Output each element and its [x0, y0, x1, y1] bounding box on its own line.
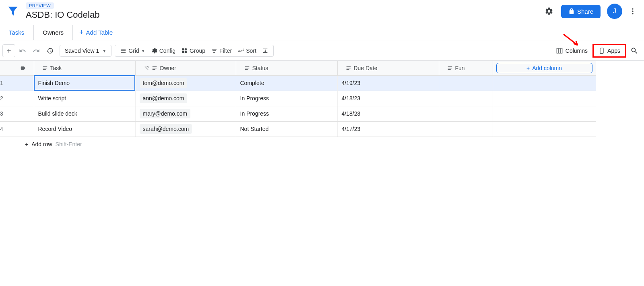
header-row: Task Owner Status Due Date — [0, 61, 596, 75]
add-row-button[interactable]: + Add row Shift-Enter — [0, 137, 644, 151]
svg-rect-6 — [561, 48, 562, 53]
row-number[interactable]: 2 — [0, 91, 34, 106]
sort-icon: AZ — [237, 48, 244, 54]
row-number[interactable]: 3 — [0, 106, 34, 121]
cell-due[interactable]: 4/17/23 — [337, 121, 439, 137]
cell-empty[interactable] — [493, 91, 596, 106]
more-menu-button[interactable] — [625, 3, 641, 19]
cell-status[interactable]: Complete — [236, 75, 337, 91]
cell-task[interactable]: Record Video — [34, 121, 135, 137]
add-button[interactable] — [2, 44, 15, 57]
text-icon — [447, 65, 453, 71]
page-title[interactable]: ASDB: IO Codelab — [26, 10, 99, 20]
search-button[interactable] — [627, 44, 642, 58]
columns-button[interactable]: Columns — [552, 45, 592, 57]
row-height-icon — [262, 48, 268, 54]
table-row[interactable]: 4 Record Video sarah@demo.com Not Starte… — [0, 121, 596, 137]
redo-button[interactable] — [30, 44, 43, 57]
cell-owner[interactable]: sarah@demo.com — [135, 121, 236, 137]
cell-status[interactable]: Not Started — [236, 121, 337, 137]
history-button[interactable] — [43, 44, 56, 57]
column-header-due-date[interactable]: Due Date — [337, 61, 439, 75]
title-area: PREVIEW ASDB: IO Codelab — [26, 2, 99, 20]
svg-rect-7 — [600, 48, 603, 53]
cell-due[interactable]: 4/18/23 — [337, 91, 439, 106]
column-header-fun[interactable]: Fun — [439, 61, 493, 75]
row-number-header[interactable] — [0, 61, 34, 75]
cell-owner[interactable]: ann@demo.com — [135, 91, 236, 106]
cell-task[interactable]: Build slide deck — [34, 106, 135, 121]
cell-due[interactable]: 4/18/23 — [337, 106, 439, 121]
undo-icon — [19, 47, 26, 54]
text-icon — [244, 65, 250, 71]
add-table-label: Add Table — [86, 29, 113, 36]
tabs-row: Tasks Owners + Add Table — [0, 24, 644, 41]
plus-icon: + — [79, 28, 84, 37]
plus-icon: + — [25, 141, 28, 147]
add-row-hint: Shift-Enter — [56, 141, 82, 147]
grid-view-button[interactable]: Grid ▼ — [120, 48, 145, 54]
group-icon — [181, 48, 188, 54]
plus-icon: + — [526, 65, 530, 71]
table-row[interactable]: 2 Write script ann@demo.com In Progress … — [0, 91, 596, 106]
text-icon — [152, 65, 157, 71]
cell-status[interactable]: In Progress — [236, 106, 337, 121]
filter-button[interactable]: Filter — [211, 48, 232, 54]
config-button[interactable]: Config — [151, 48, 175, 54]
share-label: Share — [577, 8, 593, 15]
cell-owner[interactable]: mary@demo.com — [135, 106, 236, 121]
column-header-task[interactable]: Task — [34, 61, 135, 75]
cell-empty[interactable] — [493, 75, 596, 91]
apps-button[interactable]: Apps — [592, 44, 626, 58]
table-row[interactable]: 1 Finish Demo tom@demo.com Complete 4/19… — [0, 75, 596, 91]
column-header-owner[interactable]: Owner — [135, 61, 236, 75]
cell-status[interactable]: In Progress — [236, 91, 337, 106]
cell-fun[interactable] — [439, 106, 493, 121]
column-header-status[interactable]: Status — [236, 61, 337, 75]
settings-button[interactable] — [541, 3, 557, 19]
saved-view-select[interactable]: Saved View 1 ▼ — [60, 45, 111, 57]
tab-tasks[interactable]: Tasks — [0, 25, 33, 40]
app-logo[interactable] — [3, 2, 23, 21]
cell-fun[interactable] — [439, 91, 493, 106]
add-column-button[interactable]: + Add column — [496, 63, 592, 73]
chevron-down-icon: ▼ — [102, 49, 106, 53]
cell-task[interactable]: Finish Demo — [34, 75, 135, 91]
table-row[interactable]: 3 Build slide deck mary@demo.com In Prog… — [0, 106, 596, 121]
tab-owners[interactable]: Owners — [33, 25, 73, 40]
sort-button[interactable]: AZ Sort — [237, 48, 256, 54]
svg-rect-5 — [559, 48, 560, 53]
view-toolbar-group: Grid ▼ Config Group Filter AZ Sort — [115, 45, 274, 57]
undo-button[interactable] — [16, 44, 29, 57]
add-table-button[interactable]: + Add Table — [73, 24, 119, 41]
cell-due[interactable]: 4/19/23 — [337, 75, 439, 91]
data-table-wrap: Task Owner Status Due Date — [0, 61, 644, 137]
filter-icon — [211, 48, 217, 54]
search-icon — [630, 47, 638, 55]
gear-icon — [545, 7, 553, 16]
svg-point-2 — [632, 13, 633, 14]
svg-point-0 — [632, 8, 633, 10]
cell-empty[interactable] — [493, 121, 596, 137]
cell-owner[interactable]: tom@demo.com — [135, 75, 236, 91]
share-button[interactable]: Share — [561, 5, 601, 18]
grid-icon — [120, 48, 126, 54]
group-button[interactable]: Group — [181, 48, 205, 54]
user-avatar[interactable]: J — [607, 4, 622, 19]
svg-point-1 — [632, 10, 633, 12]
tables-logo-icon — [7, 5, 19, 17]
cell-task[interactable]: Write script — [34, 91, 135, 106]
columns-icon — [556, 47, 563, 54]
chevron-down-icon: ▼ — [141, 49, 145, 53]
row-number[interactable]: 1 — [0, 75, 34, 91]
cell-empty[interactable] — [493, 106, 596, 121]
cell-fun[interactable] — [439, 121, 493, 137]
plus-icon — [6, 48, 12, 54]
add-column-header: + Add column — [493, 61, 596, 75]
row-height-button[interactable] — [262, 48, 268, 54]
cell-fun[interactable] — [439, 75, 493, 91]
svg-text:AZ: AZ — [238, 49, 242, 53]
more-vert-icon — [629, 7, 637, 15]
history-icon — [46, 47, 54, 54]
row-number[interactable]: 4 — [0, 121, 34, 137]
